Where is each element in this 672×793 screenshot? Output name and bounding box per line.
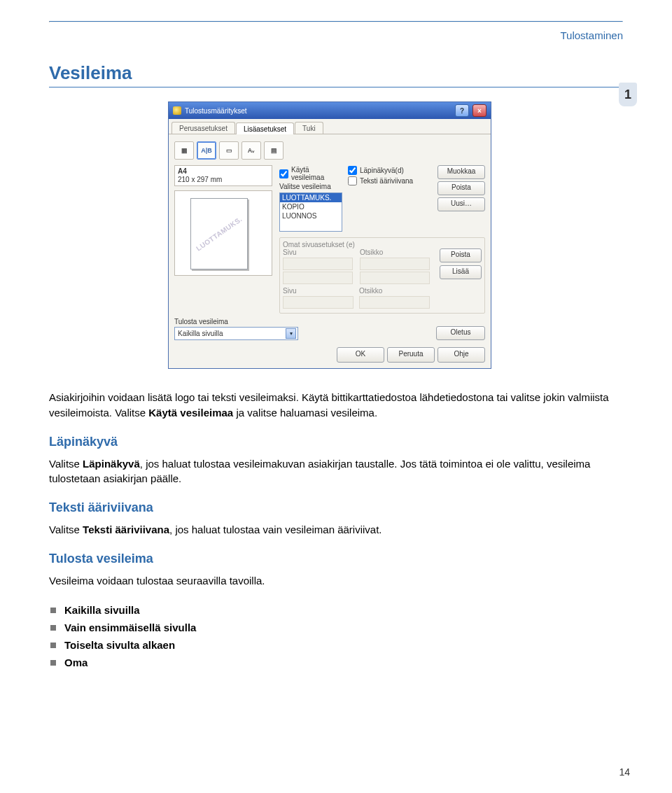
tab-strip: Perusasetukset Lisäasetukset Tuki (169, 119, 491, 134)
para-print: Vesileima voidaan tulostaa seuraavilla t… (49, 573, 623, 589)
list-item: Toiselta sivulta alkaen (49, 636, 623, 654)
outline-checkbox[interactable]: Teksti ääriviivana (348, 176, 432, 186)
tab-advanced[interactable]: Lisäasetukset (236, 122, 294, 134)
custom-title-2 (360, 272, 430, 284)
title-input (359, 296, 430, 309)
new-button[interactable]: Uusi… (438, 197, 485, 211)
chapter-number-badge: 1 (619, 83, 637, 106)
tab-support[interactable]: Tuki (295, 122, 323, 134)
print-options-list: Kaikilla sivuilla Vain ensimmäisellä siv… (49, 601, 623, 671)
feature-icon-multipage[interactable]: ▦ (174, 141, 194, 160)
ok-button[interactable]: OK (337, 347, 384, 363)
page-number: 14 (619, 766, 630, 778)
close-button[interactable]: × (472, 104, 486, 117)
custom-title-1 (360, 258, 430, 270)
page-input (283, 296, 354, 309)
feature-icon-other[interactable]: ▤ (264, 141, 284, 160)
dialog-help-button[interactable]: Ohje (438, 347, 485, 363)
feature-icon-headerfooter[interactable]: Aᵥ (241, 141, 261, 160)
section-title: Vesileima (49, 62, 623, 84)
edit-button[interactable]: Muokkaa (438, 165, 485, 179)
tab-basic[interactable]: Perusasetukset (172, 122, 235, 134)
header-breadcrumb: Tulostaminen (49, 29, 623, 41)
dialog-titlebar: Tulostusmääritykset ? × (169, 102, 491, 119)
feature-icon-row: ▦ A|B ▭ Aᵥ ▤ (174, 141, 485, 160)
list-item: Oma (49, 654, 623, 671)
use-watermark-checkbox[interactable]: Käytä vesileimaa (279, 165, 342, 182)
row-add-button[interactable]: Lisää (440, 265, 482, 279)
custom-page-2 (283, 272, 353, 284)
page-preview: LUOTTAMUKS. (174, 190, 272, 276)
custom-page-1 (283, 258, 353, 270)
dialog-icon (173, 106, 181, 115)
transparent-checkbox[interactable]: Läpinäkyvä(d) (348, 165, 432, 176)
para-outline: Valitse Teksti ääriviivana, jos haluat t… (49, 522, 623, 538)
feature-icon-device[interactable]: ▭ (219, 141, 239, 160)
dialog-title: Tulostusmääritykset (185, 107, 247, 115)
help-button[interactable]: ? (455, 104, 469, 117)
cancel-button[interactable]: Peruuta (387, 347, 435, 363)
default-button[interactable]: Oletus (436, 326, 485, 340)
list-item: Vain ensimmäisellä sivulla (49, 619, 623, 636)
subhead-outline: Teksti ääriviivana (49, 500, 623, 515)
subhead-print: Tulosta vesileima (49, 552, 623, 566)
feature-icon-watermark[interactable]: A|B (197, 141, 216, 160)
watermark-list[interactable]: LUOTTAMUKS. KOPIO LUONNOS (279, 192, 342, 232)
para-transparent: Valitse Läpinäkyvä, jos haluat tulostaa … (49, 456, 623, 487)
print-settings-dialog: Tulostusmääritykset ? × Perusasetukset L… (168, 101, 491, 369)
row-delete-button[interactable]: Poista (440, 248, 482, 262)
list-item: Kaikilla sivuilla (49, 601, 623, 619)
paper-info: A4 210 x 297 mm (174, 165, 272, 186)
print-on-select[interactable]: Kaikilla sivuilla ▾ (174, 327, 298, 340)
intro-paragraph: Asiakirjoihin voidaan lisätä logo tai te… (49, 390, 623, 421)
delete-button[interactable]: Poista (438, 181, 485, 195)
subhead-transparent: Läpinäkyvä (49, 435, 623, 449)
